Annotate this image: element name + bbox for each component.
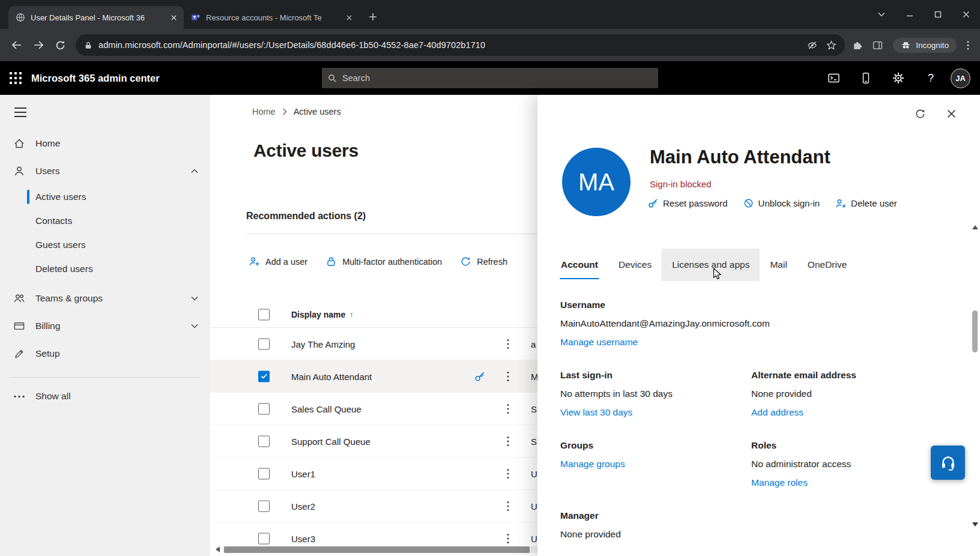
row-menu-kebab-icon[interactable] [501, 532, 515, 545]
sidebar-item-home[interactable]: Home [0, 130, 210, 157]
display-name-link[interactable]: User3 [291, 533, 315, 543]
back-button[interactable] [6, 34, 28, 56]
sidebar-item-teams-groups[interactable]: Teams & groups [0, 285, 210, 312]
panel-refresh-icon[interactable] [913, 107, 927, 120]
delete-user-button[interactable]: Delete user [835, 198, 897, 208]
breadcrumb-home-link[interactable]: Home [252, 107, 276, 116]
row-menu-kebab-icon[interactable] [501, 337, 515, 351]
command-label: Multi-factor authentication [342, 257, 442, 267]
row-menu-kebab-icon[interactable] [501, 402, 515, 415]
recommended-actions-heading[interactable]: Recommended actions (2) [246, 211, 366, 222]
settings-gear-icon[interactable] [886, 65, 911, 91]
view-last-30-days-link[interactable]: View last 30 days [560, 403, 632, 422]
sidebar-item-setup[interactable]: Setup [0, 340, 210, 367]
username-partial: U [531, 468, 537, 479]
sidebar-item-billing[interactable]: Billing [0, 312, 210, 340]
incognito-badge[interactable]: Incognito [893, 38, 957, 53]
sidebar-item-contacts[interactable]: Contacts [0, 209, 210, 233]
sidebar-item-active-users[interactable]: Active users [0, 185, 210, 209]
mobile-app-icon[interactable] [853, 65, 879, 91]
add-address-link[interactable]: Add address [751, 403, 803, 422]
new-tab-button[interactable] [364, 8, 382, 26]
help-icon[interactable]: ? [918, 65, 943, 91]
global-search-box[interactable] [322, 68, 658, 88]
tab-devices[interactable]: Devices [608, 249, 662, 281]
row-menu-kebab-icon[interactable] [501, 435, 515, 448]
manage-roles-link[interactable]: Manage roles [751, 473, 808, 492]
tracking-protection-eye-off-icon[interactable] [807, 40, 817, 50]
row-menu-kebab-icon[interactable] [501, 467, 515, 480]
browser-tab-user-details[interactable]: User Details Panel - Microsoft 36 [8, 6, 184, 29]
row-menu-kebab-icon[interactable] [501, 370, 515, 383]
display-name-link[interactable]: Support Call Queue [291, 436, 371, 446]
account-avatar[interactable]: JA [951, 68, 970, 88]
forward-button[interactable] [28, 34, 49, 56]
display-name-link[interactable]: Sales Call Queue [291, 403, 361, 414]
app-launcher-waffle-icon[interactable] [0, 61, 31, 95]
incognito-label: Incognito [916, 41, 949, 50]
manage-groups-link[interactable]: Manage groups [560, 455, 625, 473]
tab-licenses-and-apps[interactable]: Licenses and apps [662, 249, 760, 281]
side-panel-icon[interactable] [873, 40, 883, 50]
window-minimize-button[interactable] [895, 0, 924, 29]
scrollbar-thumb[interactable] [972, 310, 978, 352]
scroll-left-arrow[interactable] [213, 546, 220, 552]
scroll-down-arrow[interactable] [972, 522, 978, 530]
refresh-button[interactable]: Refresh [460, 256, 507, 267]
extensions-puzzle-icon[interactable] [852, 40, 862, 50]
display-name-link[interactable]: User1 [291, 468, 315, 479]
manage-username-link[interactable]: Manage username [560, 333, 638, 351]
browser-tab-resource-accounts[interactable]: Resource accounts - Microsoft Te [184, 6, 359, 29]
add-user-button[interactable]: Add a user [249, 256, 307, 267]
column-display-name[interactable]: Display name ↑ [291, 310, 354, 319]
row-checkbox[interactable] [258, 435, 270, 447]
display-name-link[interactable]: User2 [291, 501, 315, 511]
sidebar-item-show-all[interactable]: Show all [0, 382, 210, 410]
reset-password-button[interactable]: Reset password [648, 198, 728, 208]
row-checkbox[interactable] [258, 533, 270, 544]
nav-hamburger-button[interactable] [0, 95, 210, 130]
scroll-up-arrow[interactable] [972, 222, 978, 229]
vertical-scrollbar[interactable] [970, 95, 980, 556]
sidebar-item-guest-users[interactable]: Guest users [0, 233, 210, 257]
tab-account[interactable]: Account [551, 249, 608, 281]
row-checkbox[interactable] [258, 500, 270, 512]
help-support-button[interactable] [931, 446, 965, 480]
tab-close-icon[interactable] [343, 12, 354, 23]
appbar-right-icons: ? JA [821, 65, 980, 91]
alternate-email-section: Alternate email address None provided Ad… [751, 366, 946, 422]
multi-factor-auth-button[interactable]: Multi-factor authentication [325, 256, 442, 267]
panel-close-icon[interactable] [945, 107, 958, 120]
display-name-link[interactable]: Jay The Amzing [291, 339, 355, 349]
display-name-link[interactable]: Main Auto Attendant [291, 371, 372, 381]
row-checkbox[interactable] [258, 468, 270, 479]
scrollbar-track[interactable] [223, 546, 539, 553]
sidebar-item-users[interactable]: Users [0, 157, 210, 185]
global-search-input[interactable] [342, 73, 652, 83]
row-menu-kebab-icon[interactable] [501, 500, 515, 513]
unblock-signin-button[interactable]: Unblock sign-in [743, 198, 820, 208]
reload-button[interactable] [49, 34, 71, 56]
incognito-spy-icon [901, 41, 911, 50]
tab-search-chevron-icon[interactable] [867, 0, 895, 29]
tab-onedrive[interactable]: OneDrive [797, 249, 857, 281]
scrollbar-thumb[interactable] [224, 546, 530, 553]
tab-close-icon[interactable] [168, 12, 179, 23]
bookmark-star-icon[interactable] [826, 40, 836, 50]
window-maximize-button[interactable] [924, 0, 952, 29]
tab-mail[interactable]: Mail [760, 249, 797, 281]
sidebar-item-label: Deleted users [35, 264, 93, 274]
select-all-checkbox[interactable] [258, 309, 270, 320]
browser-menu-kebab-icon[interactable] [967, 40, 969, 50]
address-bar[interactable]: admin.microsoft.com/Adminportal/#/users/… [76, 34, 845, 56]
command-label: Add a user [265, 257, 307, 267]
sidebar-item-deleted-users[interactable]: Deleted users [0, 257, 210, 281]
cli-terminal-icon[interactable] [821, 65, 846, 91]
user-details-panel: MA Main Auto Attendant Sign-in blocked R… [537, 95, 970, 556]
window-close-button[interactable] [952, 0, 980, 29]
row-checkbox[interactable] [258, 338, 270, 349]
signin-blocked-status: Sign-in blocked [650, 179, 712, 189]
reset-password-key-icon[interactable] [473, 370, 486, 383]
row-checkbox-checked[interactable] [258, 370, 270, 382]
row-checkbox[interactable] [258, 403, 270, 414]
